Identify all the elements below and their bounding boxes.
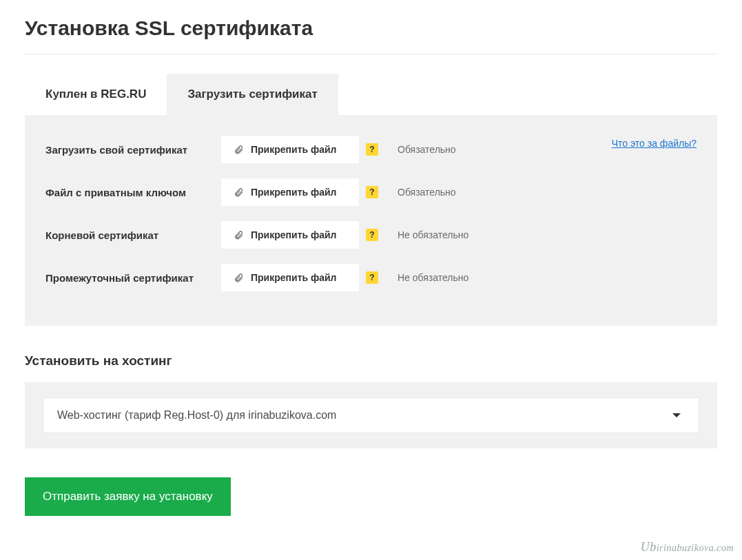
row-root-cert: Корневой сертификат Прикрепить файл ? Не… [45,221,697,249]
chevron-down-icon [672,413,681,417]
row-intermediate-cert: Промежуточный сертификат Прикрепить файл… [45,264,697,291]
hosting-select-text: Web-хостинг (тариф Reg.Host-0) для irina… [57,409,336,422]
tab-bought-in-regru[interactable]: Куплен в REG.RU [25,74,167,115]
hosting-heading: Установить на хостинг [25,353,717,369]
status-cert: Обязательно [398,144,456,155]
paperclip-icon [234,145,244,155]
tabs-wrapper: Куплен в REG.RU Загрузить сертификат [25,74,717,115]
help-badge-root[interactable]: ? [366,229,378,241]
status-root: Не обязательно [398,229,468,240]
submit-request-button[interactable]: Отправить заявку на установку [25,477,231,516]
label-root-cert: Корневой сертификат [45,229,221,241]
paperclip-icon [234,273,244,283]
tab-upload-certificate[interactable]: Загрузить сертификат [167,74,338,115]
attach-intermediate-cert[interactable]: Прикрепить файл [221,264,359,291]
upload-panel: Что это за файлы? Загрузить свой сертифи… [25,115,717,326]
watermark: Ubirinabuzikova.com [641,540,734,554]
paperclip-icon [234,230,244,240]
paperclip-icon [234,187,244,198]
page-title: Установка SSL сертификата [0,0,742,54]
label-intermediate-cert: Промежуточный сертификат [45,272,221,284]
watermark-prefix: Ub [641,540,657,554]
help-badge-cert[interactable]: ? [366,143,378,156]
attach-private-key[interactable]: Прикрепить файл [221,178,359,206]
title-divider [25,54,717,54]
attach-label: Прикрепить файл [251,144,337,155]
label-private-key: Файл с приватным ключом [45,187,221,198]
attach-label: Прикрепить файл [251,187,337,198]
help-link-what-files[interactable]: Что это за файлы? [612,138,697,149]
attach-root-cert[interactable]: Прикрепить файл [221,221,359,249]
watermark-text: irinabuzikova.com [657,543,734,553]
hosting-select-wrap: Web-хостинг (тариф Reg.Host-0) для irina… [25,382,717,448]
attach-upload-cert[interactable]: Прикрепить файл [221,136,359,163]
hosting-select[interactable]: Web-хостинг (тариф Reg.Host-0) для irina… [43,397,699,433]
status-key: Обязательно [398,187,456,198]
label-upload-cert: Загрузить свой сертификат [45,144,221,156]
row-certificate: Загрузить свой сертификат Прикрепить фай… [45,136,697,163]
help-badge-intermediate[interactable]: ? [366,271,378,284]
attach-label: Прикрепить файл [251,272,337,283]
status-intermediate: Не обязательно [398,272,468,283]
help-badge-key[interactable]: ? [366,186,378,198]
tabs: Куплен в REG.RU Загрузить сертификат [25,74,717,115]
row-private-key: Файл с приватным ключом Прикрепить файл … [45,178,697,206]
attach-label: Прикрепить файл [251,229,337,240]
